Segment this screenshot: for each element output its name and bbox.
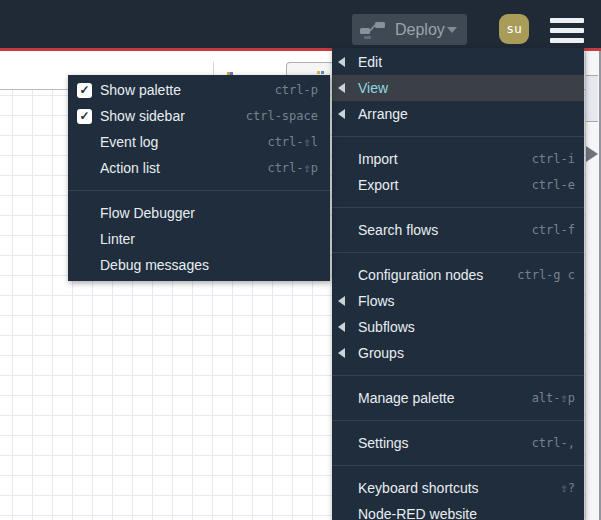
checkbox-placeholder	[77, 258, 92, 273]
menu-item-view[interactable]: View	[332, 75, 584, 101]
submenu-arrow-left-icon	[338, 109, 345, 119]
menu-item-import[interactable]: Importctrl-i	[332, 146, 584, 172]
menu-item-label: Search flows	[358, 222, 438, 238]
submenu-arrow-left-icon	[338, 322, 345, 332]
menu-item-edit[interactable]: Edit	[332, 49, 584, 75]
menu-item-label: Export	[358, 177, 398, 193]
menu-item-label: Groups	[358, 345, 404, 361]
menu-item-shortcut: alt-⇧p	[522, 391, 575, 405]
menu-item-shortcut: ctrl-⇧l	[257, 135, 318, 149]
menu-item-linter[interactable]: Linter	[68, 226, 330, 252]
scrollbar-track[interactable]	[585, 51, 601, 520]
checkbox-placeholder	[77, 206, 92, 221]
menu-item-label: Node-RED website	[358, 506, 477, 520]
menu-item-label: Subflows	[358, 319, 415, 335]
menu-item-label: Edit	[358, 54, 382, 70]
menu-item-label: Keyboard shortcuts	[358, 480, 479, 496]
menu-item-shortcut: ⇧?	[551, 481, 575, 495]
menu-item-shortcut: ctrl-⇧p	[257, 161, 318, 175]
menu-item-label: Show palette	[100, 82, 181, 98]
menu-item-shortcut: ctrl-,	[522, 436, 575, 450]
app-header: Deploy su	[0, 0, 601, 48]
sidebar-collapse-arrow-icon[interactable]	[586, 146, 598, 162]
deploy-button[interactable]: Deploy	[352, 14, 467, 45]
menu-item-flows[interactable]: Flows	[332, 288, 584, 314]
menu-item-label: View	[358, 80, 388, 96]
menu-separator	[332, 136, 584, 137]
menu-item-label: Debug messages	[100, 257, 209, 273]
menu-separator	[332, 465, 584, 466]
view-submenu: ✓Show palettectrl-p✓Show sidebarctrl-spa…	[68, 75, 330, 281]
menu-item-flow-debugger[interactable]: Flow Debugger	[68, 200, 330, 226]
menu-item-event-log[interactable]: Event logctrl-⇧l	[68, 129, 330, 155]
menu-separator	[332, 252, 584, 253]
menu-item-label: Arrange	[358, 106, 408, 122]
menu-item-settings[interactable]: Settingsctrl-,	[332, 430, 584, 456]
main-dropdown-menu: EditViewArrangeImportctrl-iExportctrl-eS…	[332, 48, 584, 520]
menu-item-keyboard-shortcuts[interactable]: Keyboard shortcuts⇧?	[332, 475, 584, 501]
menu-item-shortcut: ctrl-e	[522, 178, 575, 192]
menu-item-manage-palette[interactable]: Manage palettealt-⇧p	[332, 385, 584, 411]
scrollbar-thumb[interactable]	[586, 75, 598, 122]
menu-item-arrange[interactable]: Arrange	[332, 101, 584, 127]
menu-separator	[332, 207, 584, 208]
hamburger-menu-icon[interactable]	[550, 18, 584, 43]
checkbox-checked-icon[interactable]: ✓	[77, 109, 92, 124]
menu-item-debug-messages[interactable]: Debug messages	[68, 252, 330, 278]
menu-item-groups[interactable]: Groups	[332, 340, 584, 366]
checkbox-placeholder	[77, 232, 92, 247]
menu-item-configuration-nodes[interactable]: Configuration nodesctrl-g c	[332, 262, 584, 288]
menu-item-search-flows[interactable]: Search flowsctrl-f	[332, 217, 584, 243]
menu-item-show-palette[interactable]: ✓Show palettectrl-p	[68, 77, 330, 103]
checkbox-placeholder	[77, 161, 92, 176]
menu-item-label: Manage palette	[358, 390, 455, 406]
menu-item-label: Flows	[358, 293, 395, 309]
submenu-arrow-left-icon	[338, 57, 345, 67]
deploy-button-label: Deploy	[395, 21, 445, 39]
menu-item-action-list[interactable]: Action listctrl-⇧p	[68, 155, 330, 181]
menu-item-show-sidebar[interactable]: ✓Show sidebarctrl-space	[68, 103, 330, 129]
menu-item-label: Show sidebar	[100, 108, 185, 124]
menu-separator	[332, 375, 584, 376]
deploy-node-icon	[359, 19, 386, 41]
menu-separator	[68, 190, 330, 191]
tab-status-dot-yellow	[317, 71, 320, 74]
menu-item-shortcut: ctrl-p	[265, 83, 318, 97]
menu-separator	[332, 420, 584, 421]
menu-item-subflows[interactable]: Subflows	[332, 314, 584, 340]
user-avatar[interactable]: su	[499, 14, 529, 44]
menu-item-label: Settings	[358, 435, 409, 451]
menu-item-label: Event log	[100, 134, 158, 150]
menu-item-label: Import	[358, 151, 398, 167]
checkbox-placeholder	[77, 135, 92, 150]
submenu-arrow-left-icon	[338, 83, 345, 93]
submenu-arrow-left-icon	[338, 296, 345, 306]
menu-item-export[interactable]: Exportctrl-e	[332, 172, 584, 198]
menu-item-shortcut: ctrl-i	[522, 152, 575, 166]
menu-item-label: Action list	[100, 160, 160, 176]
menu-item-label: Linter	[100, 231, 135, 247]
submenu-arrow-left-icon	[338, 348, 345, 358]
menu-item-shortcut: ctrl-space	[236, 109, 318, 123]
chevron-down-icon	[447, 27, 457, 33]
checkbox-checked-icon[interactable]: ✓	[77, 83, 92, 98]
menu-item-shortcut: ctrl-g c	[507, 268, 575, 282]
menu-item-label: Flow Debugger	[100, 205, 195, 221]
tab-status-dot-blue	[321, 71, 324, 74]
menu-item-shortcut: ctrl-f	[522, 223, 575, 237]
menu-item-label: Configuration nodes	[358, 267, 483, 283]
menu-item-node-red-website[interactable]: Node-RED website	[332, 501, 584, 520]
